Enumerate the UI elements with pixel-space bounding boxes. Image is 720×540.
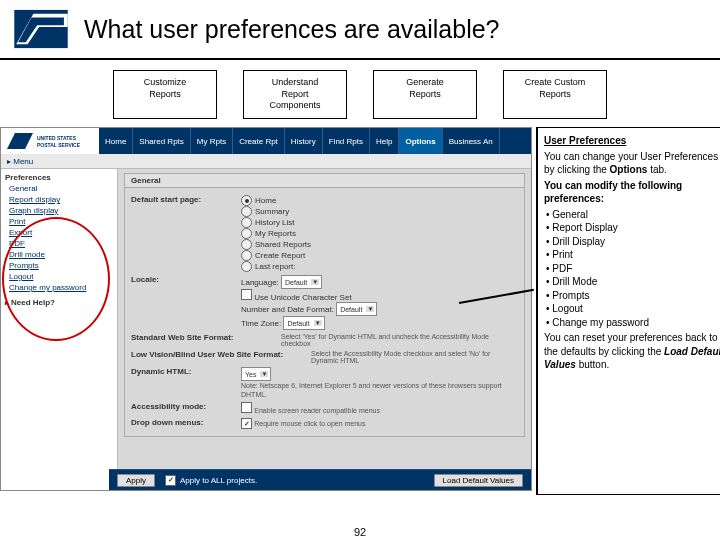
dropdown-note: Require mouse click to open menus: [254, 420, 365, 427]
panel-header-general: General: [124, 173, 525, 188]
std-format-label: Standard Web Site Format:: [131, 333, 281, 342]
explanation-callout: User Preferences You can change your Use…: [536, 127, 720, 495]
sidebar-heading: Preferences: [5, 173, 113, 182]
explain-bullet: Report Display: [546, 221, 720, 235]
dhtml-note: Note: Netscape 6, Internet Explorer 5 an…: [241, 382, 502, 398]
accessibility-checkbox[interactable]: [241, 402, 252, 413]
usps-app-logo-icon: UNITED STATES POSTAL SERVICE: [1, 128, 99, 154]
radio-my-reports[interactable]: My Reports: [241, 228, 518, 239]
tab-shared-rpts[interactable]: Shared Rpts: [133, 128, 190, 154]
load-defaults-button[interactable]: Load Default Values: [434, 474, 523, 487]
radio-summary[interactable]: Summary: [241, 206, 518, 217]
nav-tab-bar: Home Shared Rpts My Rpts Create Rpt Hist…: [99, 128, 500, 154]
radio-icon: [241, 228, 252, 239]
start-page-label: Default start page:: [131, 195, 241, 204]
radio-create-report[interactable]: Create Report: [241, 250, 518, 261]
sidebar-item-graph-display[interactable]: Graph display: [9, 206, 113, 215]
sidebar-item-export[interactable]: Export: [9, 228, 113, 237]
radio-history-list[interactable]: History List: [241, 217, 518, 228]
std-format-note: Select 'Yes' for Dynamic HTML and unchec…: [281, 333, 518, 347]
tab-business[interactable]: Business An: [443, 128, 500, 154]
apply-all-checkbox[interactable]: [165, 475, 176, 486]
apply-all-label: Apply to ALL projects.: [180, 476, 257, 485]
lowvis-label: Low Vision/Blind User Web Site Format:: [131, 350, 311, 359]
svg-text:UNITED STATES: UNITED STATES: [37, 135, 77, 141]
app-topbar: UNITED STATES POSTAL SERVICE Home Shared…: [1, 128, 531, 154]
nav-box-custom: Create Custom Reports: [503, 70, 607, 119]
radio-icon: [241, 250, 252, 261]
explain-bullet: PDF: [546, 262, 720, 276]
preferences-sidebar: Preferences General Report display Graph…: [1, 169, 118, 491]
language-select[interactable]: Default: [281, 275, 322, 289]
explain-bullet: Change my password: [546, 316, 720, 330]
sidebar-item-change-password[interactable]: Change my password: [9, 283, 113, 292]
timezone-select[interactable]: Default: [283, 316, 324, 330]
sidebar-item-general[interactable]: General: [9, 184, 113, 193]
timezone-label: Time Zone:: [241, 319, 281, 328]
explain-p3: You can reset your preferences back to t…: [544, 331, 720, 372]
tab-find-rpts[interactable]: Find Rpts: [323, 128, 370, 154]
radio-icon: [241, 217, 252, 228]
dhtml-select[interactable]: Yes: [241, 367, 271, 381]
explain-bullet: Prompts: [546, 289, 720, 303]
sidebar-item-drill-mode[interactable]: Drill mode: [9, 250, 113, 259]
tab-home[interactable]: Home: [99, 128, 133, 154]
lowvis-note: Select the Accessibility Mode checkbox a…: [311, 350, 518, 364]
slide-header: What user preferences are available?: [0, 0, 720, 60]
tab-help[interactable]: Help: [370, 128, 399, 154]
explain-p2: You can modify the following preferences…: [544, 179, 720, 206]
nav-box-generate: Generate Reports: [373, 70, 477, 119]
radio-shared-reports[interactable]: Shared Reports: [241, 239, 518, 250]
app-screenshot: UNITED STATES POSTAL SERVICE Home Shared…: [0, 127, 532, 491]
language-label: Language:: [241, 278, 279, 287]
menu-subbar[interactable]: ▸ Menu: [1, 154, 531, 169]
radio-icon: [241, 239, 252, 250]
nav-box-customize: Customize Reports: [113, 70, 217, 119]
radio-icon: [241, 206, 252, 217]
slide-title: What user preferences are available?: [84, 15, 500, 44]
explain-bullet: Drill Display: [546, 235, 720, 249]
usps-logo-icon: [12, 8, 70, 50]
explain-bullet: Logout: [546, 302, 720, 316]
start-page-radios: Home Summary History List My Reports Sha…: [241, 195, 518, 272]
explain-p1: You can change your User Preferences by …: [544, 150, 720, 177]
explain-title: User Preferences: [544, 135, 626, 146]
apply-all-row[interactable]: Apply to ALL projects.: [165, 475, 257, 486]
radio-icon: [241, 195, 252, 206]
radio-icon: [241, 261, 252, 272]
unicode-label: Use Unicode Character Set: [254, 293, 351, 302]
accessibility-note: Enable screen reader compatible menus: [254, 407, 380, 414]
sidebar-item-pdf[interactable]: PDF: [9, 239, 113, 248]
need-help-link[interactable]: Need Help?: [5, 298, 113, 307]
sidebar-item-print[interactable]: Print: [9, 217, 113, 226]
radio-home[interactable]: Home: [241, 195, 518, 206]
explain-bullet: Print: [546, 248, 720, 262]
numdate-label: Number and Date Format:: [241, 305, 334, 314]
sidebar-item-prompts[interactable]: Prompts: [9, 261, 113, 270]
sidebar-item-logout[interactable]: Logout: [9, 272, 113, 281]
explain-bullet: General: [546, 208, 720, 222]
sidebar-item-report-display[interactable]: Report display: [9, 195, 113, 204]
svg-marker-4: [7, 133, 33, 149]
page-number: 92: [0, 526, 720, 538]
accessibility-label: Accessibility mode:: [131, 402, 241, 411]
nav-box-understand: Understand Report Components: [243, 70, 347, 119]
unicode-checkbox[interactable]: [241, 289, 252, 300]
dropdown-checkbox[interactable]: [241, 418, 252, 429]
nav-box-row: Customize Reports Understand Report Comp…: [0, 70, 720, 119]
general-panel: General Default start page: Home Summary…: [118, 169, 531, 491]
explain-bullet: Drill Mode: [546, 275, 720, 289]
dhtml-label: Dynamic HTML:: [131, 367, 241, 376]
locale-label: Locale:: [131, 275, 241, 284]
apply-button[interactable]: Apply: [117, 474, 155, 487]
bottom-action-bar: Apply Apply to ALL projects. Load Defaul…: [109, 469, 531, 490]
numdate-select[interactable]: Default: [336, 302, 377, 316]
tab-options[interactable]: Options: [399, 128, 442, 154]
tab-my-rpts[interactable]: My Rpts: [191, 128, 233, 154]
tab-history[interactable]: History: [285, 128, 323, 154]
svg-text:POSTAL SERVICE: POSTAL SERVICE: [37, 142, 81, 148]
dropdown-label: Drop down menus:: [131, 418, 241, 427]
tab-create-rpt[interactable]: Create Rpt: [233, 128, 285, 154]
radio-last-report[interactable]: Last report:: [241, 261, 518, 272]
